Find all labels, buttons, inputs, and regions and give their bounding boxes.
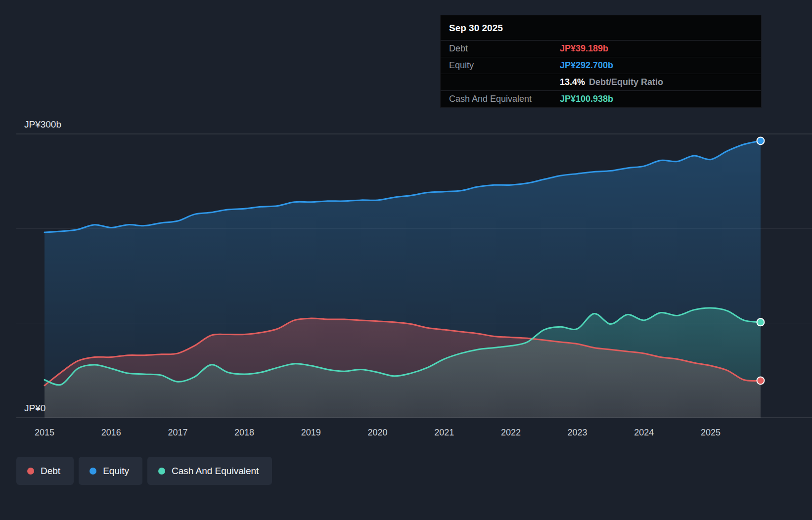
x-axis-label-2020: 2020	[367, 428, 387, 437]
tooltip-row-value: JP¥292.700b	[560, 60, 613, 71]
legend-dot-icon	[27, 468, 34, 475]
x-axis-label-2023: 2023	[568, 428, 587, 437]
legend-label: Equity	[103, 466, 129, 477]
legend-item-debt[interactable]: Debt	[16, 457, 74, 485]
tooltip-row-value: JP¥39.189b	[560, 43, 608, 54]
legend-dot-icon	[158, 468, 165, 475]
legend-item-cash-and-equivalent[interactable]: Cash And Equivalent	[147, 457, 272, 485]
x-axis-label-2017: 2017	[168, 428, 187, 437]
y-axis-label-0: JP¥0	[24, 403, 45, 413]
x-axis-label-2019: 2019	[301, 428, 321, 437]
legend-item-equity[interactable]: Equity	[79, 457, 142, 485]
tooltip-row-label: Debt	[449, 43, 560, 54]
x-axis-label-2016: 2016	[101, 428, 121, 437]
tooltip-row-value: JP¥100.938b	[560, 94, 613, 104]
tooltip-row: 13.4%Debt/Equity Ratio	[441, 74, 761, 90]
x-axis-label-2015: 2015	[35, 428, 54, 437]
tooltip-rows: DebtJP¥39.189bEquityJP¥292.700b13.4%Debt…	[441, 40, 761, 107]
tooltip-row-label: Equity	[449, 60, 560, 71]
chart-legend: DebtEquityCash And Equivalent	[16, 457, 272, 485]
x-axis-label-2025: 2025	[701, 428, 721, 437]
legend-label: Debt	[41, 466, 60, 477]
tooltip-row: EquityJP¥292.700b	[441, 57, 761, 74]
x-axis-label-2024: 2024	[634, 428, 654, 437]
x-axis-label-2022: 2022	[501, 428, 521, 437]
x-axis-label-2021: 2021	[434, 428, 454, 437]
legend-dot-icon	[90, 468, 96, 475]
tooltip-row: Cash And EquivalentJP¥100.938b	[441, 90, 761, 107]
legend-label: Cash And Equivalent	[172, 466, 259, 477]
cash-and-equivalent-endpoint-marker[interactable]	[757, 318, 765, 326]
y-axis-label-300: JP¥300b	[24, 119, 61, 130]
equity-endpoint-marker[interactable]	[757, 137, 765, 144]
tooltip-row: DebtJP¥39.189b	[441, 40, 761, 57]
x-axis-label-2018: 2018	[234, 428, 254, 437]
tooltip-row-label: Cash And Equivalent	[449, 94, 560, 104]
tooltip-row-value: 13.4%	[560, 77, 585, 87]
chart-tooltip: Sep 30 2025 DebtJP¥39.189bEquityJP¥292.7…	[440, 15, 762, 108]
tooltip-row-suffix: Debt/Equity Ratio	[589, 77, 663, 87]
debt-endpoint-marker[interactable]	[757, 377, 765, 385]
tooltip-date: Sep 30 2025	[441, 15, 761, 40]
